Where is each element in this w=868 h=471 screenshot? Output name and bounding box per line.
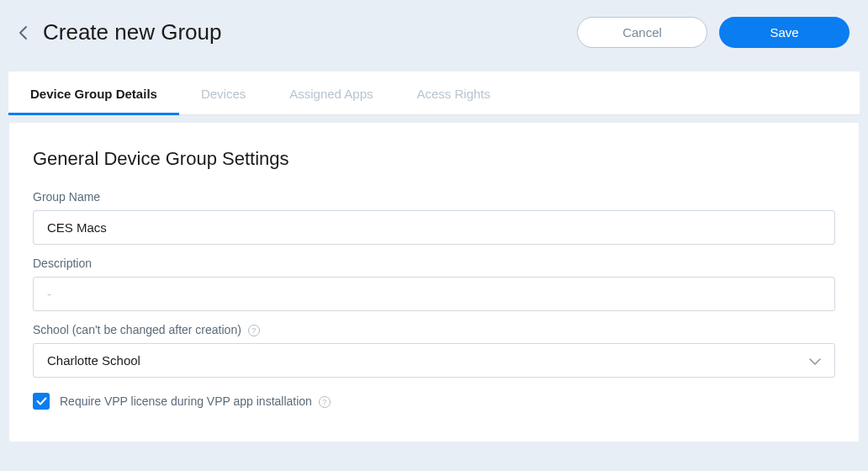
group-name-field-group: Group Name [33, 190, 835, 245]
help-icon[interactable]: ? [248, 325, 260, 336]
description-input[interactable] [33, 277, 835, 311]
vpp-checkbox-row: Require VPP license during VPP app insta… [33, 393, 835, 410]
help-icon[interactable]: ? [319, 396, 331, 408]
content-card: General Device Group Settings Group Name… [8, 122, 860, 442]
back-icon[interactable] [19, 25, 28, 40]
description-field-group: Description [33, 257, 835, 311]
tab-assigned-apps[interactable]: Assigned Apps [267, 71, 394, 114]
tab-access-rights[interactable]: Acess Rights [395, 71, 513, 114]
tab-devices[interactable]: Devices [179, 71, 267, 114]
school-select-value: Charlotte School [47, 353, 140, 368]
tab-device-group-details[interactable]: Device Group Details [8, 71, 179, 114]
save-button[interactable]: Save [719, 17, 849, 48]
vpp-checkbox[interactable] [33, 393, 50, 410]
vpp-checkbox-label: Require VPP license during VPP app insta… [60, 394, 331, 408]
vpp-checkbox-label-text: Require VPP license during VPP app insta… [60, 394, 312, 408]
school-label-text: School (can't be changed after creation) [33, 323, 241, 336]
chevron-down-icon [809, 353, 821, 368]
school-label: School (can't be changed after creation)… [33, 323, 835, 336]
cancel-button[interactable]: Cancel [577, 17, 707, 48]
group-name-input[interactable] [33, 210, 835, 245]
group-name-label: Group Name [33, 190, 835, 204]
description-label: Description [33, 257, 835, 270]
section-title: General Device Group Settings [33, 148, 835, 170]
school-field-group: School (can't be changed after creation)… [33, 323, 835, 378]
tabs-container: Device Group Details Devices Assigned Ap… [8, 71, 860, 115]
header-actions: Cancel Save [577, 17, 849, 48]
page-title: Create new Group [43, 19, 562, 45]
school-select[interactable]: Charlotte School [33, 343, 835, 378]
